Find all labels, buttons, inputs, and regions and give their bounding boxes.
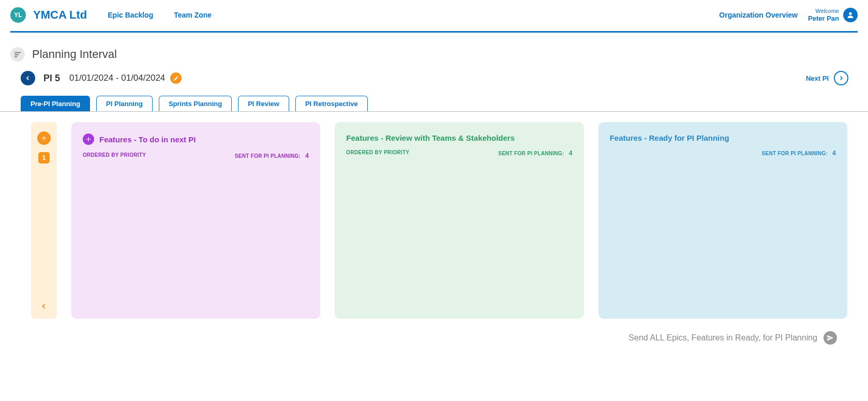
tab-pi-planning[interactable]: PI Planning <box>96 96 153 111</box>
next-pi-button[interactable]: Next PI <box>806 71 858 85</box>
chevron-right-icon <box>834 71 848 85</box>
sidebar-collapse-button[interactable] <box>41 302 47 311</box>
user-name: Peter Pan <box>808 14 839 23</box>
header-right: Organization Overview Welcome Peter Pan <box>719 8 858 23</box>
tab-sprints-planning[interactable]: Sprints Planning <box>159 96 232 111</box>
tab-pre-pi-planning[interactable]: Pre-PI Planning <box>21 96 90 111</box>
next-pi-label: Next PI <box>806 75 829 82</box>
column-review: Features - Review with Teams & Stakehold… <box>335 122 583 319</box>
sent-for-planning: SENT FOR PI PLANNING: 4 <box>235 152 309 159</box>
board: 1 Features - To do in next PI ORDERED BY… <box>0 112 868 324</box>
send-all-label: Send ALL Epics, Features in Ready, for P… <box>628 333 817 343</box>
svg-rect-2 <box>14 54 19 55</box>
organization-overview-link[interactable]: Organization Overview <box>719 11 798 19</box>
column-review-title: Features - Review with Teams & Stakehold… <box>346 133 515 142</box>
sent-label: SENT FOR PI PLANNING: <box>761 151 827 156</box>
org-logo: YL <box>10 7 26 23</box>
pi-label: PI 5 <box>43 73 60 84</box>
column-review-sub: ORDERED BY PRIORITY SENT FOR PI PLANNING… <box>346 150 572 157</box>
page-title-row: Planning Interval <box>0 33 868 67</box>
sent-label: SENT FOR PI PLANNING: <box>498 151 564 156</box>
epics-sidebar: 1 <box>31 122 57 319</box>
epics-count-badge: 1 <box>38 152 50 164</box>
column-ready-header: Features - Ready for PI Planning <box>610 133 836 142</box>
svg-rect-3 <box>14 56 17 57</box>
app-header: YL YMCA Ltd Epic Backlog Team Zone Organ… <box>0 0 868 28</box>
nav-links: Epic Backlog Team Zone <box>108 11 212 19</box>
column-ready-title: Features - Ready for PI Planning <box>610 133 729 142</box>
prev-pi-button[interactable] <box>21 71 35 85</box>
sent-label: SENT FOR PI PLANNING: <box>235 153 301 159</box>
footer-row: Send ALL Epics, Features in Ready, for P… <box>0 324 868 355</box>
sent-count: 4 <box>305 152 309 159</box>
sent-for-planning: SENT FOR PI PLANNING: 4 <box>761 150 836 157</box>
nav-team-zone[interactable]: Team Zone <box>174 11 212 19</box>
tab-pi-retrospective[interactable]: PI Retrospective <box>295 96 368 111</box>
sent-count: 4 <box>569 150 573 157</box>
edit-pi-button[interactable] <box>170 72 182 84</box>
ordered-by-label: ORDERED BY PRIORITY <box>83 152 146 159</box>
nav-epic-backlog[interactable]: Epic Backlog <box>108 11 153 19</box>
svg-point-0 <box>849 12 851 15</box>
planning-interval-icon <box>10 47 25 62</box>
column-ready-sub: SENT FOR PI PLANNING: 4 <box>610 150 836 157</box>
add-feature-button[interactable] <box>83 133 94 145</box>
svg-rect-1 <box>14 52 21 53</box>
column-review-header: Features - Review with Teams & Stakehold… <box>346 133 572 142</box>
user-welcome-label: Welcome <box>808 8 839 14</box>
sent-count: 4 <box>832 150 836 157</box>
user-avatar-icon[interactable] <box>843 8 858 22</box>
column-todo-sub: ORDERED BY PRIORITY SENT FOR PI PLANNING… <box>83 152 309 159</box>
org-name[interactable]: YMCA Ltd <box>33 8 87 22</box>
column-todo-header: Features - To do in next PI <box>83 133 309 145</box>
send-all-button[interactable] <box>824 331 837 345</box>
page-title: Planning Interval <box>32 48 117 61</box>
sent-for-planning: SENT FOR PI PLANNING: 4 <box>498 150 573 157</box>
ordered-by-label: ORDERED BY PRIORITY <box>346 150 409 157</box>
column-ready: Features - Ready for PI Planning SENT FO… <box>598 122 847 319</box>
pi-date-range: 01/01/2024 - 01/04/2024 <box>69 73 165 83</box>
add-epic-button[interactable] <box>37 131 51 145</box>
column-todo: Features - To do in next PI ORDERED BY P… <box>71 122 320 319</box>
tabs-row: Pre-PI Planning PI Planning Sprints Plan… <box>0 96 868 112</box>
pi-selector-row: PI 5 01/01/2024 - 01/04/2024 Next PI <box>0 67 868 96</box>
user-block[interactable]: Welcome Peter Pan <box>808 8 858 23</box>
tab-pi-review[interactable]: PI Review <box>238 96 289 111</box>
user-text: Welcome Peter Pan <box>808 8 839 23</box>
column-todo-title: Features - To do in next PI <box>99 135 196 144</box>
